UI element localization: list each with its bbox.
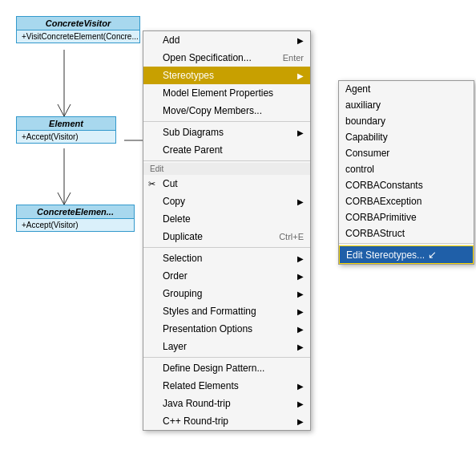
stereotypes-label: Stereotypes bbox=[163, 70, 214, 81]
copy-arrow: ▶ bbox=[297, 197, 304, 206]
delete-label: Delete bbox=[163, 213, 191, 225]
menu-item-grouping[interactable]: Grouping ▶ bbox=[143, 285, 310, 302]
menu-item-delete[interactable]: Delete bbox=[143, 210, 310, 228]
sub-diagrams-label: Sub Diagrams bbox=[163, 127, 224, 138]
menu-item-define-design-pattern[interactable]: Define Design Pattern... bbox=[143, 359, 310, 377]
edit-stereotypes-label: Edit Stereotypes... bbox=[346, 249, 425, 261]
class-title-concrete-element: ConcreteElemen... bbox=[17, 205, 134, 219]
presentation-options-label: Presentation Options bbox=[163, 323, 252, 334]
class-body-element: +Accept(Visitor) bbox=[17, 131, 115, 143]
submenu-item-capability[interactable]: Capability bbox=[339, 129, 474, 145]
control-label: control bbox=[345, 164, 374, 175]
edit-section-label: Edit bbox=[143, 163, 310, 175]
agent-label: Agent bbox=[345, 83, 370, 95]
uml-class-concrete-element: ConcreteElemen... +Accept(Visitor) bbox=[16, 205, 135, 232]
menu-item-open-spec[interactable]: Open Specification... Enter bbox=[143, 49, 310, 67]
menu-item-presentation-options[interactable]: Presentation Options ▶ bbox=[143, 320, 310, 338]
submenu-item-corbaconstants[interactable]: CORBAConstants bbox=[339, 177, 474, 193]
menu-item-cpp-roundtrip[interactable]: C++ Round-trip ▶ bbox=[143, 412, 310, 430]
menu-item-selection[interactable]: Selection ▶ bbox=[143, 249, 310, 267]
class-body-concrete-element: +Accept(Visitor) bbox=[17, 219, 134, 231]
move-copy-label: Move/Copy Members... bbox=[163, 105, 262, 116]
uml-class-element: Element +Accept(Visitor) bbox=[16, 116, 116, 144]
auxiliary-label: auxiliary bbox=[345, 99, 381, 111]
cpp-roundtrip-label: C++ Round-trip bbox=[163, 416, 228, 427]
cut-icon: ✂ bbox=[148, 179, 155, 189]
layer-label: Layer bbox=[163, 341, 187, 352]
menu-item-cut[interactable]: ✂ Cut bbox=[143, 175, 310, 193]
menu-item-sub-diagrams[interactable]: Sub Diagrams ▶ bbox=[143, 124, 310, 141]
open-spec-shortcut: Enter bbox=[267, 53, 304, 63]
submenu-item-corbaexception[interactable]: CORBAException bbox=[339, 193, 474, 209]
corbastruct-label: CORBAStruct bbox=[345, 228, 405, 239]
corbaexception-label: CORBAException bbox=[345, 196, 422, 207]
add-arrow: ▶ bbox=[297, 36, 304, 45]
class-title-element: Element bbox=[17, 117, 115, 131]
submenu-separator bbox=[339, 243, 474, 244]
styles-formatting-label: Styles and Formatting bbox=[163, 306, 256, 317]
menu-item-model-props[interactable]: Model Element Properties bbox=[143, 84, 310, 102]
copy-label: Copy bbox=[163, 196, 185, 207]
related-elements-label: Related Elements bbox=[163, 380, 239, 391]
order-label: Order bbox=[163, 270, 188, 282]
order-arrow: ▶ bbox=[297, 272, 304, 281]
menu-item-order[interactable]: Order ▶ bbox=[143, 267, 310, 285]
menu-item-add[interactable]: Add ▶ bbox=[143, 31, 310, 49]
menu-item-styles-formatting[interactable]: Styles and Formatting ▶ bbox=[143, 302, 310, 320]
layer-arrow: ▶ bbox=[297, 343, 304, 351]
submenu-item-corbaprimitive[interactable]: CORBAPrimitive bbox=[339, 209, 474, 225]
separator-1 bbox=[143, 121, 310, 122]
separator-2 bbox=[143, 160, 310, 161]
capability-label: Capability bbox=[345, 132, 388, 143]
corbaconstants-label: CORBAConstants bbox=[345, 180, 423, 191]
menu-item-layer[interactable]: Layer ▶ bbox=[143, 338, 310, 355]
submenu-item-edit-stereotypes[interactable]: Edit Stereotypes... ↙ bbox=[339, 245, 474, 264]
menu-item-stereotypes[interactable]: Stereotypes ▶ bbox=[143, 67, 310, 84]
menu-item-related-elements[interactable]: Related Elements ▶ bbox=[143, 377, 310, 395]
open-spec-label: Open Specification... bbox=[163, 52, 252, 63]
java-roundtrip-label: Java Round-trip bbox=[163, 398, 231, 409]
cursor-indicator: ↙ bbox=[428, 249, 437, 261]
context-menu: Add ▶ Open Specification... Enter Stereo… bbox=[143, 30, 311, 431]
selection-label: Selection bbox=[163, 253, 202, 264]
duplicate-label: Duplicate bbox=[163, 231, 203, 242]
java-roundtrip-arrow: ▶ bbox=[297, 399, 304, 408]
submenu-item-auxiliary[interactable]: auxiliary bbox=[339, 97, 474, 113]
separator-4 bbox=[143, 357, 310, 358]
menu-item-create-parent[interactable]: Create Parent bbox=[143, 141, 310, 159]
class-title-concrete-visitor: ConcreteVisitor bbox=[17, 17, 139, 30]
class-body-concrete-visitor: +VisitConcreteElement(Concre... bbox=[17, 30, 139, 43]
boundary-label: boundary bbox=[345, 116, 385, 127]
selection-arrow: ▶ bbox=[297, 254, 304, 263]
menu-item-copy[interactable]: Copy ▶ bbox=[143, 193, 310, 210]
model-props-label: Model Element Properties bbox=[163, 87, 273, 99]
submenu-item-agent[interactable]: Agent bbox=[339, 81, 474, 97]
grouping-arrow: ▶ bbox=[297, 290, 304, 298]
submenu-item-corbastruct[interactable]: CORBAStruct bbox=[339, 225, 474, 241]
corbaprimitive-label: CORBAPrimitive bbox=[345, 212, 417, 223]
create-parent-label: Create Parent bbox=[163, 144, 223, 156]
uml-class-concrete-visitor: ConcreteVisitor +VisitConcreteElement(Co… bbox=[16, 16, 140, 43]
submenu-item-boundary[interactable]: boundary bbox=[339, 113, 474, 129]
sub-diagrams-arrow: ▶ bbox=[297, 128, 304, 137]
duplicate-shortcut: Ctrl+E bbox=[263, 232, 304, 241]
menu-item-duplicate[interactable]: Duplicate Ctrl+E bbox=[143, 228, 310, 245]
presentation-options-arrow: ▶ bbox=[297, 325, 304, 334]
menu-item-java-roundtrip[interactable]: Java Round-trip ▶ bbox=[143, 395, 310, 412]
consumer-label: Consumer bbox=[345, 148, 389, 159]
related-elements-arrow: ▶ bbox=[297, 382, 304, 391]
separator-3 bbox=[143, 247, 310, 248]
submenu-item-consumer[interactable]: Consumer bbox=[339, 145, 474, 161]
cpp-roundtrip-arrow: ▶ bbox=[297, 417, 304, 426]
stereotypes-submenu: Agent auxiliary boundary Capability Cons… bbox=[338, 80, 474, 265]
menu-item-move-copy[interactable]: Move/Copy Members... bbox=[143, 102, 310, 120]
add-label: Add bbox=[163, 34, 180, 46]
define-design-pattern-label: Define Design Pattern... bbox=[163, 363, 264, 374]
styles-formatting-arrow: ▶ bbox=[297, 307, 304, 316]
grouping-label: Grouping bbox=[163, 288, 202, 299]
submenu-item-control[interactable]: control bbox=[339, 161, 474, 177]
stereotypes-arrow: ▶ bbox=[297, 71, 304, 80]
cut-label: Cut bbox=[163, 178, 178, 189]
